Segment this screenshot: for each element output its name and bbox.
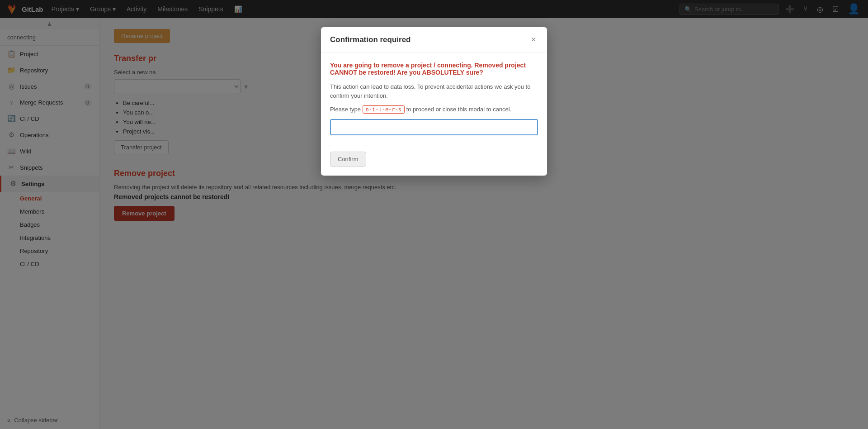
confirmation-input[interactable] <box>330 119 538 135</box>
modal-title: Confirmation required <box>330 35 411 44</box>
modal-type-instruction: Please type n-i-l-e-r-s to proceed or cl… <box>330 105 538 114</box>
modal-header: Confirmation required × <box>321 27 547 52</box>
modal-body: You are going to remove a project / conn… <box>321 52 547 152</box>
modal-footer: Confirm <box>321 152 547 176</box>
confirm-btn[interactable]: Confirm <box>330 152 366 167</box>
modal-code-label: n-i-l-e-r-s <box>363 105 405 114</box>
modal-overlay: Confirmation required × You are going to… <box>0 0 868 429</box>
modal-warning-text: You are going to remove a project / conn… <box>330 62 538 76</box>
modal-description: This action can lead to data loss. To pr… <box>330 82 538 100</box>
confirmation-modal: Confirmation required × You are going to… <box>321 27 547 176</box>
modal-close-btn[interactable]: × <box>529 34 538 45</box>
